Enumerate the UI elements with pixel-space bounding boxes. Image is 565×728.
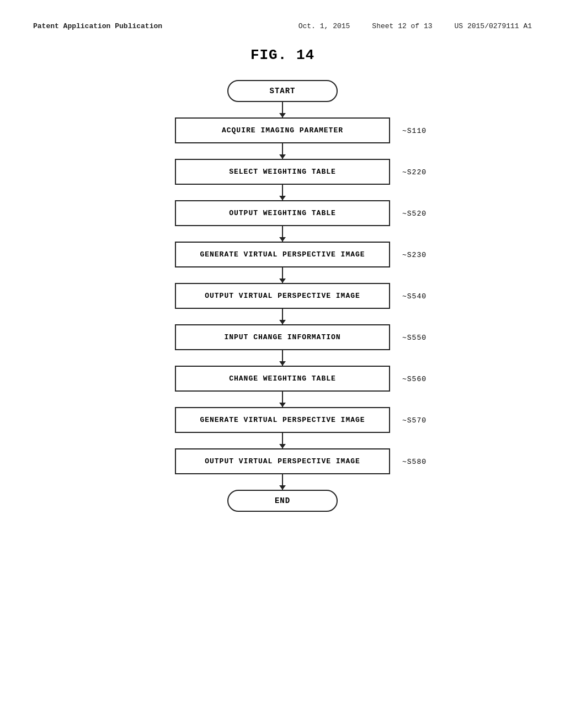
- step-s570-id: ~S570: [402, 416, 427, 424]
- step-s540: OUTPUT VIRTUAL PERSPECTIVE IMAGE ~S540: [175, 283, 390, 309]
- step-s520: OUTPUT WEIGHTING TABLE ~S520: [175, 200, 390, 226]
- step-s230-label: GENERATE VIRTUAL PERSPECTIVE IMAGE: [200, 250, 365, 259]
- arrow-5: [282, 309, 283, 324]
- arrow-2: [282, 185, 283, 200]
- figure-title: FIG. 14: [33, 47, 532, 63]
- step-s110-label: ACQUIRE IMAGING PARAMETER: [222, 126, 343, 135]
- arrow-9: [282, 474, 283, 490]
- header-right: Oct. 1, 2015 Sheet 12 of 13 US 2015/0279…: [299, 22, 532, 30]
- step-s580-label: OUTPUT VIRTUAL PERSPECTIVE IMAGE: [205, 457, 360, 465]
- step-s580-id: ~S580: [402, 457, 427, 465]
- step-s220-label: SELECT WEIGHTING TABLE: [229, 168, 336, 176]
- end-node: END: [227, 490, 338, 512]
- arrow-4: [282, 267, 283, 283]
- step-s220: SELECT WEIGHTING TABLE ~S220: [175, 159, 390, 185]
- step-s550: INPUT CHANGE INFORMATION ~S550: [175, 324, 390, 350]
- step-s520-label: OUTPUT WEIGHTING TABLE: [229, 209, 336, 217]
- page: Patent Application Publication Oct. 1, 2…: [0, 0, 565, 728]
- step-s560-id: ~S560: [402, 374, 427, 383]
- step-s580: OUTPUT VIRTUAL PERSPECTIVE IMAGE ~S580: [175, 448, 390, 474]
- step-s520-id: ~S520: [402, 209, 427, 217]
- step-s220-id: ~S220: [402, 168, 427, 176]
- arrow-3: [282, 226, 283, 242]
- step-s560: CHANGE WEIGHTING TABLE ~S560: [175, 366, 390, 392]
- flowchart: START ACQUIRE IMAGING PARAMETER ~S110 SE…: [33, 80, 532, 512]
- step-s110-id: ~S110: [402, 126, 427, 135]
- arrow-1: [282, 143, 283, 159]
- step-s110: ACQUIRE IMAGING PARAMETER ~S110: [175, 117, 390, 143]
- arrow-8: [282, 433, 283, 448]
- step-s230: GENERATE VIRTUAL PERSPECTIVE IMAGE ~S230: [175, 242, 390, 267]
- arrow-0: [282, 102, 283, 117]
- publication-label: Patent Application Publication: [33, 22, 162, 30]
- start-node: START: [227, 80, 338, 102]
- page-header: Patent Application Publication Oct. 1, 2…: [33, 22, 532, 30]
- step-s570: GENERATE VIRTUAL PERSPECTIVE IMAGE ~S570: [175, 407, 390, 433]
- step-s570-label: GENERATE VIRTUAL PERSPECTIVE IMAGE: [200, 416, 365, 424]
- step-s230-id: ~S230: [402, 250, 427, 259]
- step-s550-label: INPUT CHANGE INFORMATION: [224, 333, 340, 341]
- step-s550-id: ~S550: [402, 333, 427, 341]
- arrow-7: [282, 392, 283, 407]
- step-s540-id: ~S540: [402, 292, 427, 300]
- patent-number: US 2015/0279111 A1: [455, 22, 532, 30]
- step-s540-label: OUTPUT VIRTUAL PERSPECTIVE IMAGE: [205, 292, 360, 300]
- publication-date: Oct. 1, 2015: [299, 22, 350, 30]
- sheet-info: Sheet 12 of 13: [372, 22, 432, 30]
- step-s560-label: CHANGE WEIGHTING TABLE: [229, 374, 336, 383]
- arrow-6: [282, 350, 283, 366]
